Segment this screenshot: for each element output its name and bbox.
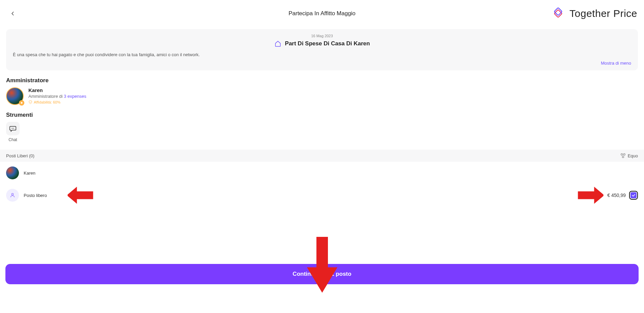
distribution-icon	[620, 153, 626, 158]
admin-subtitle-prefix: Amministratore di	[28, 94, 64, 99]
admin-heading: Amministratore	[6, 77, 638, 84]
seat-row-free[interactable]: Posto libero € 450,99	[0, 184, 644, 206]
admin-avatar[interactable]	[6, 87, 24, 105]
svg-point-3	[11, 128, 12, 129]
distribution-label: Equo	[628, 153, 638, 158]
home-icon	[274, 40, 282, 47]
avatar[interactable]	[6, 166, 19, 179]
avatar-empty	[6, 189, 19, 202]
back-button[interactable]	[9, 10, 16, 17]
svg-point-5	[14, 128, 14, 129]
admin-subtitle: Amministratore di 3 expenses	[28, 94, 86, 99]
chat-icon	[9, 125, 17, 132]
tools-heading: Strumenti	[6, 112, 638, 118]
svg-point-2	[21, 102, 23, 104]
chat-label: Chat	[8, 137, 17, 142]
annotation-arrow-left	[68, 186, 95, 205]
person-icon	[9, 192, 16, 198]
admin-name: Karen	[28, 87, 86, 93]
svg-rect-8	[622, 156, 624, 158]
admin-trust: Affidabilità: 60%	[28, 100, 86, 104]
svg-rect-6	[621, 154, 623, 155]
brand-logo-icon	[551, 6, 566, 21]
seat-row-karen: Karen	[0, 162, 644, 184]
admin-trust-label: Affidabilità: 60%	[34, 100, 61, 104]
admin-badge-icon	[19, 100, 24, 106]
info-card: 16 Mag 2023 Part Di Spese Di Casa Di Kar…	[6, 29, 638, 70]
seat-name: Posto libero	[24, 193, 47, 198]
info-title: Part Di Spese Di Casa Di Karen	[285, 40, 370, 47]
shield-check-icon	[28, 100, 32, 104]
admin-expenses-link[interactable]: 3 expenses	[64, 94, 87, 99]
info-description: È una spesa che tu hai pagato e che puoi…	[13, 52, 631, 57]
admin-row: Karen Amministratore di 3 expenses Affid…	[6, 87, 638, 105]
brand-logo-text: Together Price	[570, 8, 637, 19]
show-less-link[interactable]: Mostra di meno	[13, 61, 631, 66]
header-bar: Partecipa In Affitto Maggio Together Pri…	[0, 0, 644, 26]
svg-point-9	[11, 193, 13, 195]
brand-logo[interactable]: Together Price	[551, 6, 637, 21]
annotation-arrow-down	[307, 237, 337, 291]
tool-chat: Chat	[6, 122, 20, 142]
distribution-toggle[interactable]: Equo	[620, 153, 638, 158]
info-title-row: Part Di Spese Di Casa Di Karen	[13, 40, 631, 47]
annotation-arrow-right	[576, 186, 603, 205]
seat-name: Karen	[24, 171, 35, 176]
seats-count-label: Posti Liberi (0)	[6, 153, 34, 158]
chevron-left-icon	[10, 11, 15, 16]
info-date: 16 Mag 2023	[13, 34, 631, 38]
seat-price: € 450,99	[607, 193, 626, 198]
svg-point-4	[13, 128, 13, 129]
check-icon	[631, 193, 636, 198]
seat-checkbox[interactable]	[629, 191, 638, 200]
svg-rect-7	[623, 154, 625, 155]
tools-row: Chat	[6, 122, 638, 142]
seats-header: Posti Liberi (0) Equo	[0, 150, 644, 162]
page-title: Partecipa In Affitto Maggio	[288, 10, 355, 17]
chat-button[interactable]	[6, 122, 20, 135]
